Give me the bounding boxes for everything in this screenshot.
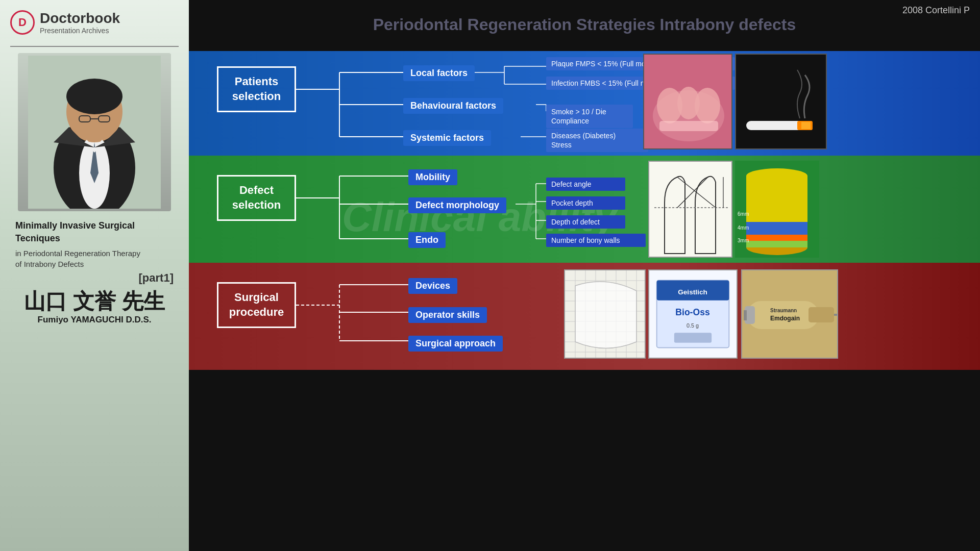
svg-rect-63 <box>746 241 807 247</box>
svg-text:6mm: 6mm <box>738 211 749 217</box>
svg-text:4mm: 4mm <box>738 225 749 231</box>
sidebar-divider <box>10 46 179 47</box>
svg-point-5 <box>66 79 122 114</box>
patients-selection-box: Patients selection <box>217 66 296 112</box>
svg-text:Bio-Oss: Bio-Oss <box>675 307 710 317</box>
devices-label: Devices <box>408 278 457 294</box>
defect-morphology-label: Defect morphology <box>408 197 506 213</box>
course-sub2: of Intrabony Defects <box>15 259 174 269</box>
smoke-detail: Smoke > 10 / Die Compliance <box>546 105 633 128</box>
behavioural-factors-label: Behavioural factors <box>403 98 503 114</box>
gum-image <box>643 54 732 149</box>
bony-walls-detail: Number of bony walls <box>546 234 646 247</box>
logo-area: D Doctorbook Presentation Archives <box>10 10 120 35</box>
svg-text:Emdogain: Emdogain <box>770 315 800 322</box>
svg-rect-51 <box>801 122 811 129</box>
bioss-image: Geistlich Bio-Oss 0.5 g <box>648 269 738 359</box>
cylinder-image: 6mm 4mm 3mm <box>735 161 819 258</box>
course-title: Minimally Invasive Surgical Tecniques <box>15 219 174 245</box>
svg-rect-92 <box>808 307 834 322</box>
logo-text: Doctorbook Presentation Archives <box>40 10 120 35</box>
part-label: [part1] <box>15 271 174 285</box>
defect-angle-detail: Defect angle <box>546 178 625 191</box>
svg-rect-89 <box>674 333 712 343</box>
name-en: Fumiyo YAMAGUCHI D.D.S. <box>38 315 152 325</box>
operator-skills-label: Operator skills <box>408 307 487 323</box>
svg-text:Geistlich: Geistlich <box>678 288 707 296</box>
svg-rect-62 <box>746 235 807 241</box>
logo-title: Doctorbook <box>40 10 120 27</box>
defect-selection-label: Defect selection <box>232 183 281 212</box>
depth-defect-detail: Depth of defect <box>546 215 625 229</box>
sidebar: D Doctorbook Presentation Archives <box>0 0 189 551</box>
svg-rect-52 <box>649 162 732 258</box>
svg-text:3mm: 3mm <box>738 238 749 243</box>
endo-label: Endo <box>408 232 446 248</box>
pocket-depth-detail: Pocket depth <box>546 196 625 210</box>
svg-rect-47 <box>659 121 718 131</box>
surgical-procedure-label: Surgical procedure <box>229 290 284 319</box>
surgical-approach-label: Surgical approach <box>408 336 503 352</box>
surgical-procedure-box: Surgical procedure <box>217 282 296 328</box>
defect-selection-box: Defect selection <box>217 175 296 221</box>
profile-photo <box>18 53 171 211</box>
diseases-detail: Diseases (Diabetes) Stress <box>546 129 648 152</box>
citation: 2008 Cortellini P <box>902 5 970 16</box>
svg-text:Straumann: Straumann <box>770 308 797 313</box>
course-sub1: in Periodontal Regeneration Therapy <box>15 248 174 259</box>
svg-point-46 <box>695 88 720 123</box>
doctor-silhouette <box>18 53 171 211</box>
emdogain-image: Straumann Emdogain <box>741 269 838 359</box>
svg-rect-48 <box>736 55 827 149</box>
sidebar-text-block: Minimally Invasive Surgical Tecniques in… <box>10 219 179 285</box>
local-factors-label: Local factors <box>403 65 475 81</box>
doctorbook-logo-icon: D <box>10 10 35 35</box>
svg-rect-61 <box>746 222 807 235</box>
tooth-diagram-image <box>648 161 732 258</box>
main-title: Periodontal Regeneration Strategies Intr… <box>373 15 796 34</box>
japanese-name: 山口 文誉 先生 <box>24 289 164 314</box>
mobility-label: Mobility <box>408 169 457 185</box>
logo-subtitle: Presentation Archives <box>40 27 120 35</box>
patients-selection-label: Patients selection <box>232 74 281 104</box>
smoke-image <box>735 54 827 149</box>
main-content: 2008 Cortellini P Periodontal Regenerati… <box>189 0 980 551</box>
svg-rect-95 <box>744 310 747 320</box>
svg-text:0.5 g: 0.5 g <box>687 322 699 329</box>
systemic-factors-label: Systemic factors <box>403 130 491 146</box>
mesh-image <box>564 269 646 359</box>
